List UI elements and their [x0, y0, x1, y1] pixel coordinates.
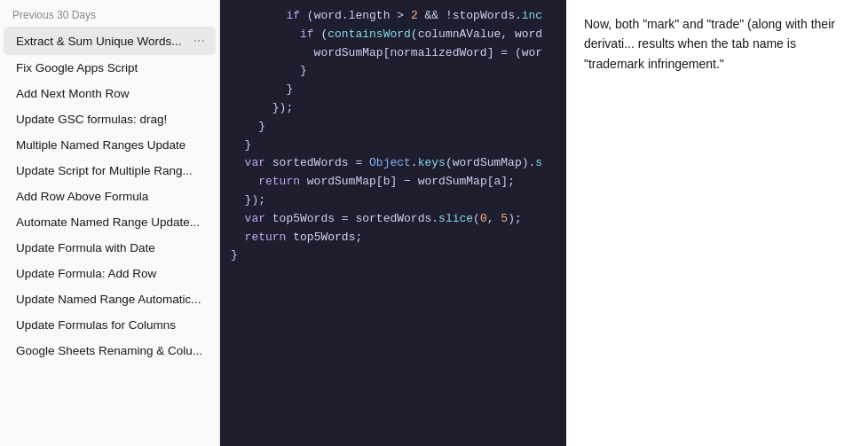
sidebar-item-fix-google[interactable]: Fix Google Apps Script — [4, 55, 216, 81]
sidebar-item-label: Update Formula: Add Row — [16, 267, 207, 280]
sidebar-item-label: Update Formula with Date — [16, 241, 207, 254]
sidebar-item-label: Add Row Above Formula — [16, 190, 207, 203]
sidebar-item-multiple-named[interactable]: Multiple Named Ranges Update — [4, 132, 216, 158]
sidebar-item-add-row-above[interactable]: Add Row Above Formula — [4, 184, 216, 209]
sidebar-item-update-gsc[interactable]: Update GSC formulas: drag! — [4, 106, 216, 132]
sidebar-item-add-next-month[interactable]: Add Next Month Row — [4, 81, 216, 106]
text-panel: Now, both "mark" and "trade" (along with… — [566, 0, 868, 446]
sidebar-item-label: Automate Named Range Update... — [16, 215, 207, 229]
text-paragraph: Now, both "mark" and "trade" (along with… — [584, 14, 850, 74]
sidebar: Previous 30 Days Extract & Sum Unique Wo… — [0, 0, 220, 446]
sidebar-item-label: Google Sheets Renaming & Colu... — [16, 344, 207, 357]
sidebar-item-update-formula-add[interactable]: Update Formula: Add Row — [4, 261, 216, 286]
sidebar-item-label: Extract & Sum Unique Words... — [16, 35, 192, 48]
sidebar-item-label: Update GSC formulas: drag! — [16, 113, 207, 126]
sidebar-item-label: Fix Google Apps Script — [16, 61, 207, 74]
sidebar-item-update-script[interactable]: Update Script for Multiple Rang... — [4, 158, 216, 184]
sidebar-item-label: Multiple Named Ranges Update — [16, 138, 207, 152]
sidebar-item-update-formula-date[interactable]: Update Formula with Date — [4, 235, 216, 261]
sidebar-item-google-sheets-rename[interactable]: Google Sheets Renaming & Colu... — [4, 338, 216, 364]
sidebar-item-update-formulas-col[interactable]: Update Formulas for Columns — [4, 312, 216, 338]
sidebar-item-label: Update Formulas for Columns — [16, 318, 207, 332]
code-panel: if (word.length > 2 && !stopWords.inc if… — [220, 0, 566, 446]
sidebar-section-label: Previous 30 Days — [0, 0, 219, 27]
sidebar-item-label: Update Script for Multiple Rang... — [16, 164, 207, 177]
sidebar-item-update-named-auto[interactable]: Update Named Range Automatic... — [4, 286, 216, 312]
sidebar-item-extract-sum[interactable]: Extract & Sum Unique Words...··· — [4, 27, 216, 55]
sidebar-item-label: Add Next Month Row — [16, 87, 207, 100]
sidebar-item-automate-named[interactable]: Automate Named Range Update... — [4, 209, 216, 235]
sidebar-item-label: Update Named Range Automatic... — [16, 293, 207, 306]
main-content: if (word.length > 2 && !stopWords.inc if… — [220, 0, 868, 446]
sidebar-item-options-icon[interactable]: ··· — [192, 33, 207, 49]
